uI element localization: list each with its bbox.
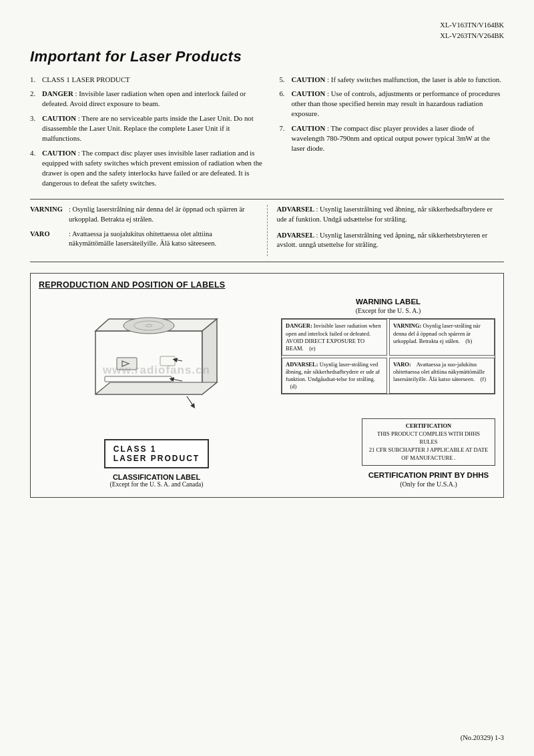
- cert-line1: THIS PRODUCT COMPLIES WITH DHHS RULES: [368, 430, 489, 446]
- repro-inner: www.radiofans.cn: [39, 298, 495, 488]
- list-item-2: 2. DANGER : Invisible laser radiation wh…: [30, 89, 266, 109]
- item-text-1: CLASS 1 LASER PRODUCT: [42, 75, 266, 85]
- item-num-3: 3.: [30, 113, 39, 143]
- list-item-7: 7. CAUTION : The compact disc player pro…: [279, 123, 504, 153]
- classification-label-sub: (Except for the U. S. A. and Canada): [110, 481, 204, 488]
- varo-label: VARO: [30, 230, 65, 249]
- numbered-content: 1. CLASS 1 LASER PRODUCT 2. DANGER : Inv…: [30, 75, 504, 193]
- certification-box: CERTIFICATION THIS PRODUCT COMPLIES WITH…: [362, 418, 495, 466]
- repro-right: WARNING LABEL (Except for the U. S. A.) …: [281, 298, 495, 488]
- advarsel-2: ADVARSEL : Usynlig laserstrålning ved åp…: [277, 231, 505, 250]
- model-1: XL-V163TN/V164BK: [30, 20, 504, 31]
- varning-text: : Osynlig laserstrålning när denna del ä…: [69, 205, 258, 224]
- warning-right: ADVARSEL : Usynlig laserstrålning ved åb…: [268, 205, 505, 256]
- svg-line-14: [187, 396, 194, 406]
- list-item-3: 3. CAUTION : There are no serviceable pa…: [30, 113, 266, 143]
- model-numbers: XL-V163TN/V164BK XL-V263TN/V264BK: [30, 20, 504, 41]
- warning-label-title: WARNING LABEL: [281, 298, 495, 306]
- cert-line2: 21 CFR SUBCHAPTER J APPLICABLE AT DATE: [368, 446, 489, 454]
- warning-section: VARNING : Osynlig laserstrålning när den…: [30, 199, 504, 262]
- cert-print-title: CERTIFICATION PRINT BY DHHS: [362, 471, 495, 479]
- repro-left: www.radiofans.cn: [39, 298, 274, 488]
- classification-label-title: CLASSIFICATION LABEL: [113, 473, 200, 481]
- item-num-1: 1.: [30, 75, 39, 85]
- page-number: (No.20329) 1-3: [461, 734, 504, 741]
- list-item-6: 6. CAUTION : Use of controls, adjustment…: [279, 89, 504, 119]
- cert-print-sub: (Only for the U.S.A.): [362, 480, 495, 488]
- warning-left: VARNING : Osynlig laserstrålning när den…: [30, 205, 268, 256]
- certification-area: CERTIFICATION THIS PRODUCT COMPLIES WITH…: [281, 416, 495, 488]
- label-cell-1: DANGER: Invisible laser radiation when o…: [282, 319, 387, 355]
- item-text-6: CAUTION : Use of controls, adjustments o…: [291, 89, 504, 119]
- class-line2: LASER PRODUCT: [113, 454, 200, 463]
- cd-player-illustration: [83, 298, 230, 431]
- svg-rect-11: [160, 356, 175, 366]
- svg-point-5: [123, 318, 174, 334]
- svg-marker-4: [95, 382, 217, 394]
- label-cell-3: ADVARSEL: Usynlig laser-stråling ved åbn…: [282, 358, 387, 394]
- page-title: Important for Laser Products: [30, 48, 504, 65]
- page: XL-V163TN/V164BK XL-V263TN/V264BK Import…: [0, 0, 534, 756]
- model-2: XL-V263TN/V264BK: [30, 31, 504, 41]
- classification-section: CLASS 1 LASER PRODUCT CLASSIFICATION LAB…: [104, 439, 209, 488]
- label-cell-2: VARNING: Osynlig laser-stråling när denn…: [389, 319, 495, 355]
- varo-row: VARO : Avattaessa ja suojalukitus ohitet…: [30, 230, 258, 249]
- item-text-4: CAUTION : The compact disc player uses i…: [42, 148, 266, 188]
- label-grid: DANGER: Invisible laser radiation when o…: [281, 318, 495, 394]
- classification-label-box: CLASS 1 LASER PRODUCT: [104, 439, 209, 468]
- left-column: 1. CLASS 1 LASER PRODUCT 2. DANGER : Inv…: [30, 75, 266, 193]
- class-line1: CLASS 1: [113, 444, 200, 454]
- svg-rect-8: [117, 358, 137, 370]
- svg-line-12: [175, 360, 182, 361]
- right-column: 5. CAUTION : If safety switches malfunct…: [279, 75, 504, 193]
- item-num-4: 4.: [30, 148, 39, 188]
- warning-label-sub: (Except for the U. S. A.): [281, 307, 495, 314]
- item-num-6: 6.: [279, 89, 288, 119]
- item-text-3: CAUTION : There are no serviceable parts…: [42, 113, 266, 143]
- item-text-2: DANGER : Invisible laser radiation when …: [42, 89, 266, 109]
- svg-line-13: [172, 379, 182, 381]
- item-num-5: 5.: [279, 75, 288, 85]
- item-text-7: CAUTION : The compact disc player provid…: [291, 123, 504, 153]
- list-item-5: 5. CAUTION : If safety switches malfunct…: [279, 75, 504, 85]
- advarsel-1: ADVARSEL : Usynlig laserstrålning ved åb…: [277, 205, 505, 224]
- reproduction-box: REPRODUCTION AND POSITION OF LABELS www.…: [30, 273, 504, 498]
- varning-label: VARNING: [30, 205, 65, 224]
- list-item-4: 4. CAUTION : The compact disc player use…: [30, 148, 266, 188]
- item-num-7: 7.: [279, 123, 288, 153]
- right-list: 5. CAUTION : If safety switches malfunct…: [279, 75, 504, 153]
- left-list: 1. CLASS 1 LASER PRODUCT 2. DANGER : Inv…: [30, 75, 266, 188]
- list-item-1: 1. CLASS 1 LASER PRODUCT: [30, 75, 266, 85]
- item-text-5: CAUTION : If safety switches malfunction…: [291, 75, 504, 85]
- varo-text: : Avattaessa ja suojalukitus ohitettaess…: [69, 230, 258, 249]
- varning-row: VARNING : Osynlig laserstrålning när den…: [30, 205, 258, 224]
- label-cell-4: VARO: Avattaessa ja suo-jalukitus ohitet…: [389, 358, 495, 394]
- item-num-2: 2.: [30, 89, 39, 109]
- repro-title: REPRODUCTION AND POSITION OF LABELS: [39, 280, 495, 290]
- cert-line3: OF MANUFACTURE .: [368, 454, 489, 462]
- svg-rect-10: [105, 376, 172, 382]
- cert-title: CERTIFICATION: [368, 422, 489, 430]
